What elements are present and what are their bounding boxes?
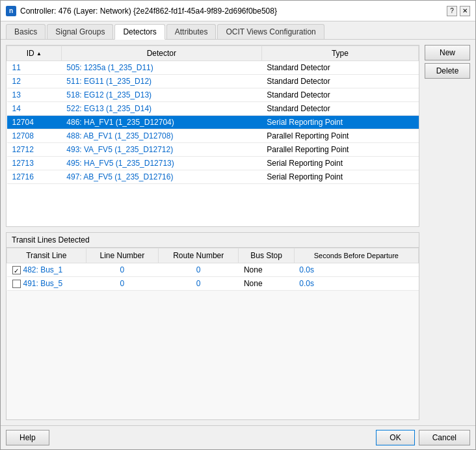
help-titlebar-button[interactable]: ? (447, 6, 457, 16)
transit-cell-bus-stop: None (239, 277, 294, 291)
cancel-button[interactable]: Cancel (419, 430, 470, 445)
cell-type: Standard Detector (261, 75, 418, 88)
cell-type: Standard Detector (261, 61, 418, 75)
table-row[interactable]: 13518: EG12 (1_235_D13)Standard Detector (7, 88, 419, 102)
tab-basics[interactable]: Basics (6, 24, 46, 39)
transit-cell-route-number: 0 (159, 277, 239, 291)
content-area: ID ▲ Detector Type (1, 40, 475, 425)
app-icon: n (6, 6, 16, 16)
cell-id: 12713 (7, 157, 62, 170)
unchecked-checkbox[interactable] (12, 280, 21, 288)
table-row[interactable]: 12713495: HA_FV5 (1_235_D12713)Serial Re… (7, 157, 419, 170)
sort-arrow-id: ▲ (36, 51, 42, 57)
cell-type: Standard Detector (261, 88, 418, 102)
tab-detectors[interactable]: Detectors (114, 24, 165, 40)
close-button[interactable]: ✕ (460, 6, 470, 16)
delete-button[interactable]: Delete (425, 63, 470, 79)
table-row[interactable]: 12712493: VA_FV5 (1_235_D12712)Parallel … (7, 143, 419, 157)
transit-cell-seconds: 0.0s (294, 277, 418, 291)
cell-type: Parallel Reporting Point (261, 129, 418, 143)
transit-header-row: Transit Line Line Number Route Number Bu… (7, 248, 419, 263)
col-header-type: Type (261, 46, 418, 61)
new-button[interactable]: New (425, 45, 470, 60)
table-row[interactable]: 12708488: AB_FV1 (1_235_D12708)Parallel … (7, 129, 419, 143)
window-title: Controller: 476 (Layer: Network) {2e24f8… (20, 7, 277, 16)
transit-cell-bus-stop: None (239, 263, 294, 277)
cell-type: Serial Reporting Point (261, 157, 418, 170)
transit-cell-line: 482: Bus_1 (7, 263, 86, 277)
tab-signal-groups[interactable]: Signal Groups (47, 24, 113, 39)
table-row[interactable]: 14522: EG13 (1_235_D14)Standard Detector (7, 102, 419, 116)
transit-table-wrap[interactable]: Transit Line Line Number Route Number Bu… (7, 248, 419, 419)
transit-title: Transit Lines Detected (7, 233, 419, 248)
cell-type: Serial Reporting Point (261, 170, 418, 184)
cell-detector: 505: 1235a (1_235_D11) (61, 61, 261, 75)
transit-col-stop: Bus Stop (239, 248, 294, 263)
transit-lines-section: Transit Lines Detected Transit Line Line… (6, 232, 419, 420)
transit-col-line-number: Line Number (86, 248, 158, 263)
cell-detector: 495: HA_FV5 (1_235_D12713) (61, 157, 261, 170)
cell-id: 13 (7, 88, 62, 102)
table-row[interactable]: 11505: 1235a (1_235_D11)Standard Detecto… (7, 61, 419, 75)
transit-table: Transit Line Line Number Route Number Bu… (7, 248, 419, 291)
transit-col-seconds: Seconds Before Departure (294, 248, 418, 263)
cell-type: Serial Reporting Point (261, 116, 418, 129)
transit-cell-line-number: 0 (86, 263, 158, 277)
transit-col-line: Transit Line (7, 248, 86, 263)
cell-detector: 522: EG13 (1_235_D14) (61, 102, 261, 116)
cell-detector: 488: AB_FV1 (1_235_D12708) (61, 129, 261, 143)
detectors-table: ID ▲ Detector Type (7, 46, 419, 184)
titlebar-controls: ? ✕ (447, 6, 470, 16)
cell-detector: 511: EG11 (1_235_D12) (61, 75, 261, 88)
transit-cell-seconds: 0.0s (294, 263, 418, 277)
cell-id: 12712 (7, 143, 62, 157)
transit-cell-line: 491: Bus_5 (7, 277, 86, 291)
cell-id: 12704 (7, 116, 62, 129)
table-row[interactable]: 12511: EG11 (1_235_D12)Standard Detector (7, 75, 419, 88)
transit-cell-route-number: 0 (159, 263, 239, 277)
cell-id: 11 (7, 61, 62, 75)
main-window: n Controller: 476 (Layer: Network) {2e24… (0, 0, 476, 450)
cell-id: 12716 (7, 170, 62, 184)
help-button[interactable]: Help (6, 430, 49, 445)
col-header-detector: Detector (61, 46, 261, 61)
transit-row[interactable]: 491: Bus_500None0.0s (7, 277, 419, 291)
cell-detector: 518: EG12 (1_235_D13) (61, 88, 261, 102)
cell-type: Parallel Reporting Point (261, 143, 418, 157)
transit-row[interactable]: 482: Bus_100None0.0s (7, 263, 419, 277)
main-panel: ID ▲ Detector Type (6, 45, 419, 420)
table-row[interactable]: 12716497: AB_FV5 (1_235_D12716)Serial Re… (7, 170, 419, 184)
titlebar: n Controller: 476 (Layer: Network) {2e24… (1, 1, 475, 21)
detectors-table-container: ID ▲ Detector Type (6, 45, 419, 227)
col-header-id: ID ▲ (7, 46, 62, 61)
table-row[interactable]: 12704486: HA_FV1 (1_235_D12704)Serial Re… (7, 116, 419, 129)
footer: Help OK Cancel (1, 425, 475, 449)
transit-col-route: Route Number (159, 248, 239, 263)
side-buttons: New Delete (425, 45, 470, 420)
cell-id: 14 (7, 102, 62, 116)
cell-detector: 486: HA_FV1 (1_235_D12704) (61, 116, 261, 129)
cell-detector: 493: VA_FV5 (1_235_D12712) (61, 143, 261, 157)
transit-cell-line-number: 0 (86, 277, 158, 291)
footer-right: OK Cancel (376, 430, 470, 445)
tabs-bar: Basics Signal Groups Detectors Attribute… (1, 21, 475, 40)
titlebar-left: n Controller: 476 (Layer: Network) {2e24… (6, 6, 277, 16)
tab-attributes[interactable]: Attributes (166, 24, 217, 39)
detectors-table-scroll[interactable]: ID ▲ Detector Type (7, 46, 419, 226)
ok-button[interactable]: OK (376, 430, 414, 445)
tab-ocit-views[interactable]: OCIT Views Configuration (217, 24, 324, 39)
table-header-row: ID ▲ Detector Type (7, 46, 419, 61)
cell-detector: 497: AB_FV5 (1_235_D12716) (61, 170, 261, 184)
checked-checkbox[interactable] (12, 266, 21, 274)
cell-id: 12708 (7, 129, 62, 143)
cell-type: Standard Detector (261, 102, 418, 116)
cell-id: 12 (7, 75, 62, 88)
